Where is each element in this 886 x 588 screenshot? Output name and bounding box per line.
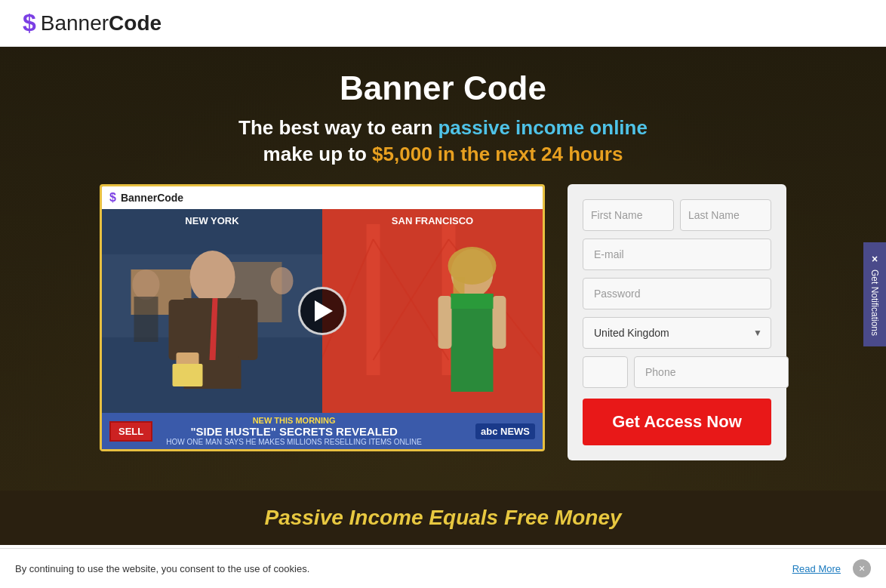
logo-text: BannerCode [41,11,162,35]
video-sell-sign: SELL [109,421,152,442]
video-right-content [322,209,543,413]
country-select[interactable]: United Kingdom United States Australia C… [583,317,771,349]
name-row [583,199,771,231]
video-location-right: SAN FRANCISCO [392,215,473,226]
abc-news-logo: abc NEWS [475,423,535,439]
hero-title: Banner Code [15,69,871,107]
svg-rect-26 [493,296,506,349]
notification-tab-close[interactable]: × [872,252,878,264]
bottom-teaser: Passive Income Equals Free Money [0,491,886,545]
video-location-left: NEW YORK [185,215,238,226]
svg-rect-27 [451,294,494,309]
video-caption-headline: "SIDE HUSTLE" SECRETS REVEALED [166,425,422,438]
svg-rect-7 [169,300,188,360]
phone-row: 44 [583,356,771,388]
play-button[interactable] [298,287,346,335]
hero-content: $ BannerCode NEW YORK [28,184,858,460]
email-input[interactable] [583,239,771,270]
last-name-input[interactable] [680,199,771,231]
password-input[interactable] [583,278,771,309]
header: $ BannerCode [0,0,886,47]
svg-rect-12 [134,297,158,342]
video-caption-tag: NEW THIS MORNING [166,416,422,425]
hero-inner: Banner Code The best way to earn passive… [15,69,871,460]
video-logo-icon: $ [109,191,116,205]
hero-section: Banner Code The best way to earn passive… [0,47,886,491]
video-panel: $ BannerCode NEW YORK [100,184,545,451]
phone-code-input[interactable]: 44 [583,356,628,388]
logo: $ BannerCode [23,9,162,37]
svg-point-4 [190,251,235,303]
hero-highlight-orange: $5,000 in the next 24 hours [372,143,623,165]
logo-dollar-icon: $ [23,9,36,37]
video-logo-text: BannerCode [121,192,183,204]
hero-highlight-blue: passive income online [438,116,647,139]
logo-text-light: Banner [41,11,109,35]
phone-number-input[interactable] [634,356,789,388]
video-top-bar: $ BannerCode [102,186,543,209]
svg-rect-14 [322,209,543,413]
svg-rect-25 [438,296,452,349]
svg-point-11 [133,269,160,300]
bottom-teaser-prefix: Passive Income Equals Free Money [264,506,621,529]
logo-text-bold: Code [109,11,162,35]
hero-subtitle-text2: make up to [263,143,372,165]
hero-subtitle-1: The best way to earn passive income onli… [15,116,871,140]
video-right-panel: SAN FRANCISCO [322,209,543,413]
hero-subtitle-text1: The best way to earn [238,116,438,139]
country-wrapper: United Kingdom United States Australia C… [583,317,771,349]
first-name-input[interactable] [583,199,674,231]
video-left-panel: NEW YORK [102,209,322,413]
signup-form: United Kingdom United States Australia C… [568,184,786,460]
hero-subtitle-2: make up to $5,000 in the next 24 hours [15,143,871,166]
svg-point-13 [271,267,294,294]
password-row [583,278,771,309]
video-main[interactable]: NEW YORK [102,209,543,413]
svg-rect-10 [173,364,203,386]
video-caption-subtext: HOW ONE MAN SAYS HE MAKES MILLIONS RESEL… [166,438,422,446]
get-access-button[interactable]: Get Access Now [583,399,771,445]
play-icon [315,300,333,322]
notification-tab[interactable]: × Get Notifications [863,242,886,346]
svg-rect-8 [239,300,258,360]
video-caption-bar: SELL NEW THIS MORNING "SIDE HUSTLE" SECR… [102,413,543,449]
video-left-content [102,209,322,413]
notification-tab-text: Get Notifications [869,269,880,335]
email-row [583,239,771,270]
